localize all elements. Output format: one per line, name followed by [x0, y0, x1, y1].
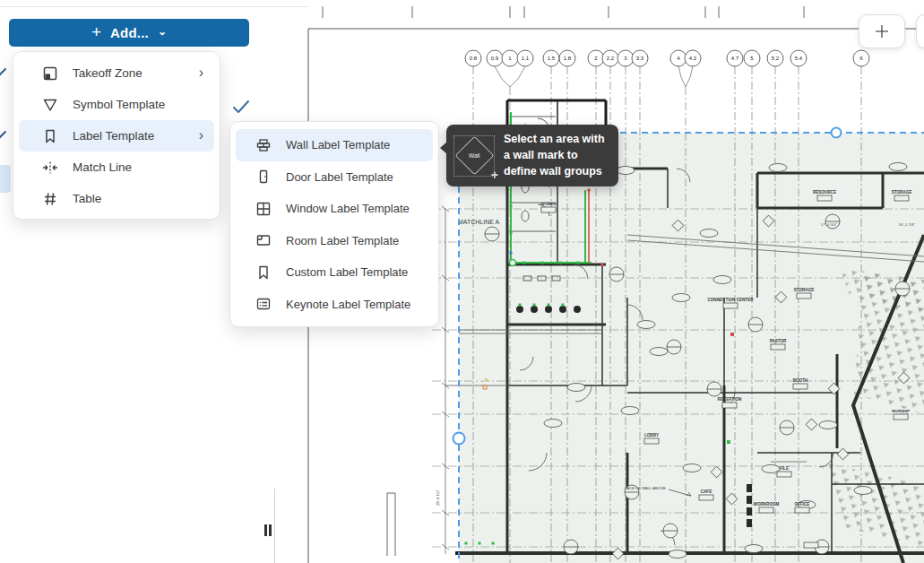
submenu-item-label: Custom Label Template — [286, 265, 422, 279]
menu-item-table[interactable]: Table — [19, 183, 214, 214]
menu-item-label: Symbol Template — [73, 98, 203, 111]
panel-divider — [274, 489, 275, 563]
submenu-item-label: Wall Label Template — [286, 138, 422, 152]
menu-item-label: Takeoff Zone — [73, 66, 185, 80]
panel-resize-handle[interactable] — [264, 524, 273, 536]
menu-item-label: Match Line — [73, 160, 203, 174]
menu-item-label: Label Template — [73, 129, 185, 143]
checkmark-icon[interactable] — [232, 100, 250, 114]
hidden-panel-selected-row[interactable] — [0, 165, 11, 193]
edge-tool-button[interactable] — [916, 14, 924, 48]
door-icon — [255, 169, 272, 185]
symbol-template-icon — [42, 97, 58, 113]
grid-connectors — [495, 66, 693, 87]
submenu-item-custom-label-template[interactable]: Custom Label Template — [236, 256, 433, 289]
grid-bubble-label: 1.8 — [564, 56, 572, 61]
add-button-label: Add... — [110, 25, 149, 40]
bookmark-icon — [255, 264, 272, 281]
grid-bubble-label: 0.9 — [491, 56, 499, 61]
add-dropdown-menu: Takeoff Zone › Symbol Template Label Tem… — [13, 51, 220, 220]
grid-bubble-label: 0.8 — [470, 56, 478, 61]
crosshair-tool-button[interactable] — [859, 14, 905, 48]
grid-bubble-label: 5.2 — [772, 56, 780, 61]
submenu-item-keynote-label-template[interactable]: Keynote Label Template — [236, 289, 433, 321]
selection-overlay — [459, 133, 924, 563]
crosshair-icon: + — [491, 168, 498, 182]
plus-icon: + — [91, 23, 101, 40]
chevron-down-icon: ⌄ — [158, 25, 167, 38]
submenu-item-door-label-template[interactable]: Door Label Template — [236, 161, 433, 194]
grid-bubble-label: 3.3 — [636, 56, 644, 61]
match-line-icon — [42, 160, 58, 176]
selection-handle-top[interactable] — [832, 128, 842, 138]
dim-left-lower: 28'-6 1/2" — [436, 489, 440, 506]
submenu-item-label: Window Label Template — [286, 202, 422, 215]
submenu-item-wall-label-template[interactable]: Wall Label Template — [236, 129, 433, 161]
submenu-item-room-label-template[interactable]: Room Label Template — [236, 225, 433, 257]
dimension-line — [442, 206, 449, 554]
add-button[interactable]: + Add... ⌄ — [9, 19, 249, 47]
menu-item-label-template[interactable]: Label Template › — [19, 120, 214, 152]
label-template-icon — [42, 128, 58, 144]
wall-badge-label: Wall — [469, 152, 479, 159]
chevron-down-icon[interactable] — [0, 66, 6, 79]
submenu-item-label: Door Label Template — [286, 170, 422, 184]
grid-bubble-label: 4.7 — [731, 56, 739, 61]
grid-bubble-label: 1.5 — [548, 56, 556, 61]
table-icon — [42, 191, 58, 207]
selection-handle-left[interactable] — [453, 433, 465, 445]
wall-icon — [255, 137, 272, 153]
tooltip-text: Select an area with a wall mark to defin… — [504, 132, 611, 179]
menu-item-match-line[interactable]: Match Line — [19, 152, 214, 183]
submenu-item-label: Keynote Label Template — [286, 298, 422, 311]
takeoff-zone-icon — [42, 65, 58, 82]
keynote-icon — [255, 296, 272, 312]
grid-bubble-label: 4.2 — [689, 56, 697, 61]
menu-item-takeoff-zone[interactable]: Takeoff Zone › — [19, 57, 214, 89]
wall-badge-icon: Wall + — [453, 135, 495, 177]
submenu-arrow-icon: › — [199, 128, 203, 143]
submenu-arrow-icon: › — [199, 65, 203, 80]
wall-tooltip: Wall + Select an area with a wall mark t… — [446, 125, 618, 186]
window-icon — [255, 201, 272, 217]
submenu-item-window-label-template[interactable]: Window Label Template — [236, 193, 433, 225]
room-icon — [255, 232, 272, 248]
grid-bubble-label: 2.2 — [607, 56, 615, 61]
submenu-item-label: Room Label Template — [286, 234, 422, 247]
menu-item-symbol-template[interactable]: Symbol Template — [19, 89, 214, 120]
chevron-down-icon[interactable] — [0, 129, 6, 142]
grid-bubble-label: 1.1 — [522, 56, 530, 61]
top-divider — [0, 6, 308, 7]
crosshair-icon — [875, 24, 889, 39]
label-template-submenu: Wall Label Template Door Label Template … — [229, 121, 439, 327]
menu-item-label: Table — [73, 192, 203, 205]
grid-bubble-label: 5.4 — [795, 56, 803, 61]
